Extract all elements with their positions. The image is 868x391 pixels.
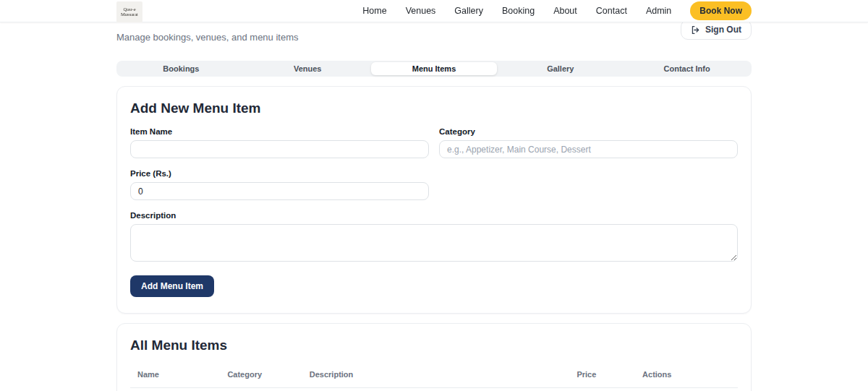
tab-contact-info[interactable]: Contact Info — [624, 62, 750, 75]
column-header-name: Name — [130, 370, 227, 379]
add-menu-item-button[interactable]: Add Menu Item — [130, 275, 214, 297]
nav-item-gallery[interactable]: Gallery — [454, 6, 483, 16]
nav-item-home[interactable]: Home — [362, 6, 386, 16]
add-menu-item-card: Add New Menu Item Item Name Category Pri… — [116, 86, 752, 314]
menu-items-table: Name Category Description Price Actions … — [130, 364, 738, 391]
nav-item-booking[interactable]: Booking — [502, 6, 535, 16]
description-field-group: Description — [130, 211, 738, 265]
price-label: Price (Rs.) — [130, 169, 429, 178]
column-header-description: Description — [310, 370, 577, 379]
sign-out-button[interactable]: Sign Out — [681, 20, 752, 40]
price-input[interactable] — [130, 182, 429, 200]
column-header-price: Price — [576, 370, 642, 379]
nav-item-admin[interactable]: Admin — [646, 6, 671, 16]
tab-venues[interactable]: Venues — [244, 62, 371, 75]
item-name-field-group: Item Name — [130, 116, 429, 158]
column-header-actions: Actions — [642, 370, 738, 379]
add-menu-item-heading: Add New Menu Item — [130, 100, 738, 116]
main-nav: Home Venues Gallery Booking About Contac… — [362, 1, 752, 20]
tab-bookings[interactable]: Bookings — [118, 62, 244, 75]
category-label: Category — [439, 127, 738, 136]
table-header-row: Name Category Description Price Actions — [130, 364, 738, 388]
top-navbar: Qasr-e Mussarat Home Venues Gallery Book… — [0, 0, 868, 22]
item-name-input[interactable] — [130, 140, 429, 158]
all-menu-items-heading: All Menu Items — [130, 338, 738, 353]
description-label: Description — [130, 211, 738, 220]
tab-gallery[interactable]: Gallery — [497, 62, 624, 75]
all-menu-items-card: All Menu Items Name Category Description… — [116, 323, 752, 391]
page-subtitle: Manage bookings, venues, and menu items — [116, 32, 752, 43]
nav-item-about[interactable]: About — [553, 6, 577, 16]
book-now-button[interactable]: Book Now — [690, 1, 752, 20]
brand-logo-line1: Qasr-e — [123, 7, 135, 12]
brand-logo-line2: Mussarat — [121, 12, 138, 17]
item-name-label: Item Name — [130, 127, 429, 136]
nav-item-contact[interactable]: Contact — [596, 6, 627, 16]
category-input[interactable] — [439, 140, 738, 158]
logout-icon — [691, 25, 700, 35]
sign-out-label: Sign Out — [705, 25, 741, 35]
nav-item-venues[interactable]: Venues — [406, 6, 436, 16]
brand-logo[interactable]: Qasr-e Mussarat — [116, 1, 142, 22]
category-field-group: Category — [439, 116, 738, 158]
admin-tabbar: Bookings Venues Menu Items Gallery Conta… — [116, 61, 752, 77]
admin-dashboard-page: Admin Dashboard Manage bookings, venues,… — [116, 0, 752, 391]
description-textarea[interactable] — [130, 224, 738, 262]
tab-menu-items[interactable]: Menu Items — [371, 62, 498, 75]
price-field-group: Price (Rs.) — [130, 158, 429, 200]
column-header-category: Category — [227, 370, 309, 379]
table-row: Russian salad Starter dish designed with… — [130, 388, 738, 391]
